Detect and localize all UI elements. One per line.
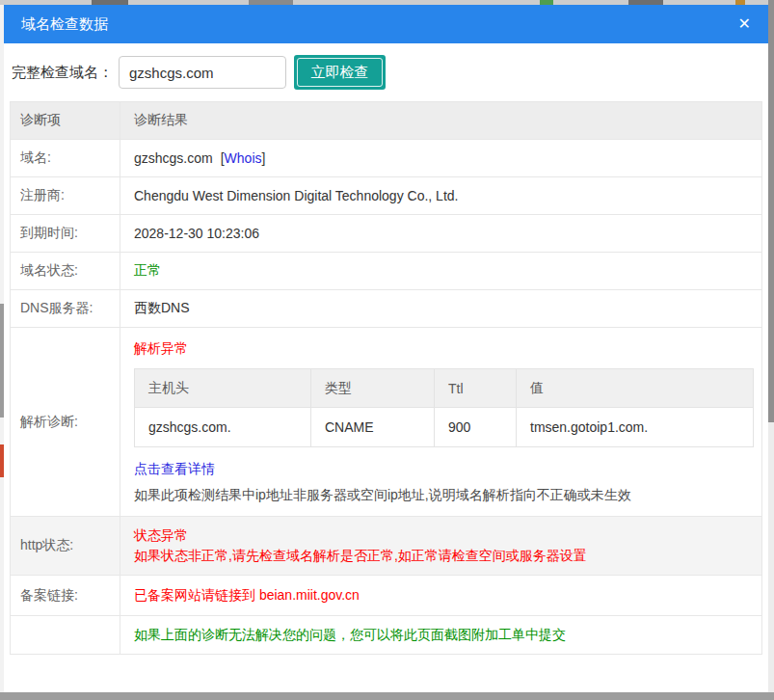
- dns-record-ttl: 900: [434, 408, 516, 446]
- row-label-domain-status: 域名状态:: [11, 253, 120, 289]
- domain-input-label: 完整检查域名：: [12, 64, 113, 82]
- table-row-dns-server: DNS服务器: 西数DNS: [11, 289, 761, 327]
- row-label-domain: 域名:: [11, 140, 120, 176]
- http-status-note: 如果状态非正常,请先检查域名解析是否正常,如正常请检查空间或服务器设置: [134, 546, 752, 566]
- dns-record-host: gzshcgs.com.: [135, 408, 310, 446]
- table-row-domain-status: 域名状态: 正常: [11, 252, 761, 289]
- check-now-button-label: 立即检查: [311, 64, 369, 80]
- http-status-alert: 状态异常: [134, 525, 752, 546]
- registrar-value: Chengdu West Dimension Digital Technolog…: [120, 177, 761, 214]
- check-now-button[interactable]: 立即检查: [294, 55, 386, 90]
- row-label-dns-server: DNS服务器:: [11, 290, 120, 327]
- table-row-footer-note: 如果上面的诊断无法解决您的问题，您可以将此页面截图附加工单中提交: [11, 615, 761, 654]
- dns-record-header-row: 主机头 类型 Ttl 值: [135, 369, 753, 408]
- footer-note: 如果上面的诊断无法解决您的问题，您可以将此页面截图附加工单中提交: [120, 616, 761, 654]
- table-row-expiry: 到期时间: 2028-12-30 10:23:06: [11, 214, 761, 252]
- table-row-beian-link: 备案链接: 已备案网站请链接到 beian.miit.gov.cn: [11, 575, 761, 615]
- whois-bracket-close: ]: [262, 150, 266, 166]
- expiry-value: 2028-12-30 10:23:06: [120, 215, 761, 252]
- table-row-http-status: http状态: 状态异常 如果状态非正常,请先检查域名解析是否正常,如正常请检查…: [11, 516, 761, 575]
- table-header-row: 诊断项 诊断结果: [11, 102, 761, 139]
- row-label-registrar: 注册商:: [11, 177, 120, 214]
- modal-title: 域名检查数据: [21, 15, 108, 34]
- row-label-resolution: 解析诊断:: [11, 328, 120, 516]
- diagnosis-table: 诊断项 诊断结果 域名: gzshcgs.com [Whois] 注册商: Ch…: [10, 101, 762, 655]
- dns-server-value: 西数DNS: [120, 290, 761, 327]
- page-scrollbar[interactable]: [768, 0, 774, 692]
- modal-header: 域名检查数据 ✕: [4, 5, 768, 43]
- resolution-alert: 解析异常: [134, 340, 754, 358]
- dns-record-table: 主机头 类型 Ttl 值 gzshcgs.com. CNAME 900 tmse…: [134, 368, 754, 447]
- dns-record-type: CNAME: [310, 408, 434, 446]
- dns-col-type: 类型: [310, 369, 434, 407]
- column-header-result: 诊断结果: [120, 102, 761, 139]
- table-row-domain: 域名: gzshcgs.com [Whois]: [11, 139, 761, 176]
- dns-record-value: tmsen.gotoip1.com.: [516, 408, 753, 446]
- column-header-item: 诊断项: [11, 102, 120, 139]
- whois-link[interactable]: Whois: [225, 150, 262, 166]
- row-label-expiry: 到期时间:: [11, 215, 120, 252]
- table-row-registrar: 注册商: Chengdu West Dimension Digital Tech…: [11, 176, 761, 214]
- row-label-http-status: http状态:: [11, 517, 120, 575]
- domain-search-section: 完整检查域名： 立即检查: [4, 43, 768, 101]
- dns-col-host: 主机头: [135, 369, 310, 407]
- domain-input[interactable]: [119, 56, 286, 89]
- scrollbar-thumb[interactable]: [768, 0, 774, 422]
- dns-col-ttl: Ttl: [434, 369, 516, 407]
- dns-record-row: gzshcgs.com. CNAME 900 tmsen.gotoip1.com…: [135, 408, 753, 446]
- close-icon[interactable]: ✕: [738, 16, 751, 32]
- background-page-bottom-edge: [0, 692, 774, 700]
- whois-wrap: [Whois]: [221, 150, 266, 166]
- domain-value: gzshcgs.com: [134, 150, 213, 166]
- resolution-note: 如果此项检测结果中ip地址非服务器或空间ip地址,说明域名解析指向不正确或未生效: [134, 485, 754, 504]
- domain-status-value: 正常: [120, 253, 761, 289]
- row-label-beian: 备案链接:: [11, 576, 120, 615]
- domain-check-modal: 域名检查数据 ✕ 完整检查域名： 立即检查 诊断项 诊断结果 域名: gzshc…: [4, 5, 768, 692]
- view-details-link[interactable]: 点击查看详情: [134, 461, 215, 478]
- dns-col-value: 值: [516, 369, 753, 407]
- row-label-footer: [11, 616, 120, 654]
- beian-link-text: 已备案网站请链接到 beian.miit.gov.cn: [120, 576, 761, 615]
- table-row-resolution-diagnosis: 解析诊断: 解析异常 主机头 类型 Ttl 值 gzshcgs.com. CNA…: [11, 327, 761, 516]
